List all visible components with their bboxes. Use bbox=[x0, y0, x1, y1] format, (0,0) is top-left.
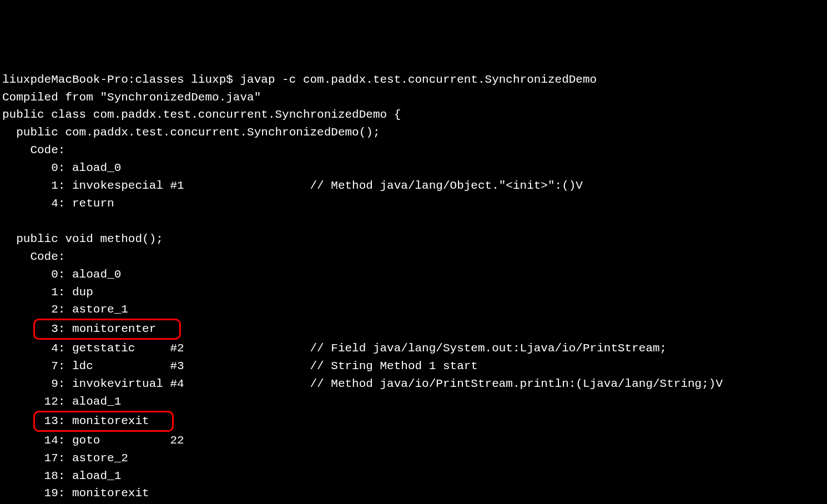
monitorexit-highlight: 13: monitorexit bbox=[33, 411, 174, 432]
bytecode-line: 19: monitorexit bbox=[2, 485, 825, 502]
bytecode-line: 7: ldc #3 // String Method 1 start bbox=[2, 357, 825, 375]
class-declaration: public class com.paddx.test.concurrent.S… bbox=[2, 106, 825, 124]
bytecode-line-highlighted: 13: monitorexit bbox=[2, 411, 825, 432]
code-label: Code: bbox=[2, 142, 825, 159]
bytecode-line-highlighted: 3: monitorenter bbox=[2, 319, 825, 340]
method-signature: public void method(); bbox=[2, 230, 825, 248]
constructor-signature: public com.paddx.test.concurrent.Synchro… bbox=[2, 124, 825, 142]
bytecode-line: 14: goto 22 bbox=[2, 432, 825, 450]
compiled-from-line: Compiled from "SynchronizedDemo.java" bbox=[2, 89, 825, 107]
bytecode-line: 12: aload_1 bbox=[2, 393, 825, 411]
bytecode-line: 18: aload_1 bbox=[2, 467, 825, 485]
bytecode-line: 4: getstatic #2 // Field java/lang/Syste… bbox=[2, 340, 825, 357]
bytecode-line: 4: return bbox=[2, 195, 825, 213]
bytecode-line: 17: astore_2 bbox=[2, 450, 825, 467]
monitorenter-highlight: 3: monitorenter bbox=[33, 319, 181, 340]
bytecode-line: 0: aload_0 bbox=[2, 266, 825, 284]
code-label: Code: bbox=[2, 248, 825, 266]
blank-line bbox=[2, 213, 825, 230]
bytecode-line: 2: astore_1 bbox=[2, 301, 825, 319]
bytecode-line: 0: aload_0 bbox=[2, 159, 825, 177]
terminal-output[interactable]: liuxpdeMacBook-Pro:classes liuxp$ javap … bbox=[0, 71, 827, 504]
bytecode-line: 1: dup bbox=[2, 284, 825, 301]
bytecode-line: 1: invokespecial #1 // Method java/lang/… bbox=[2, 177, 825, 195]
prompt-line: liuxpdeMacBook-Pro:classes liuxp$ javap … bbox=[2, 71, 825, 89]
bytecode-line: 9: invokevirtual #4 // Method java/io/Pr… bbox=[2, 375, 825, 393]
